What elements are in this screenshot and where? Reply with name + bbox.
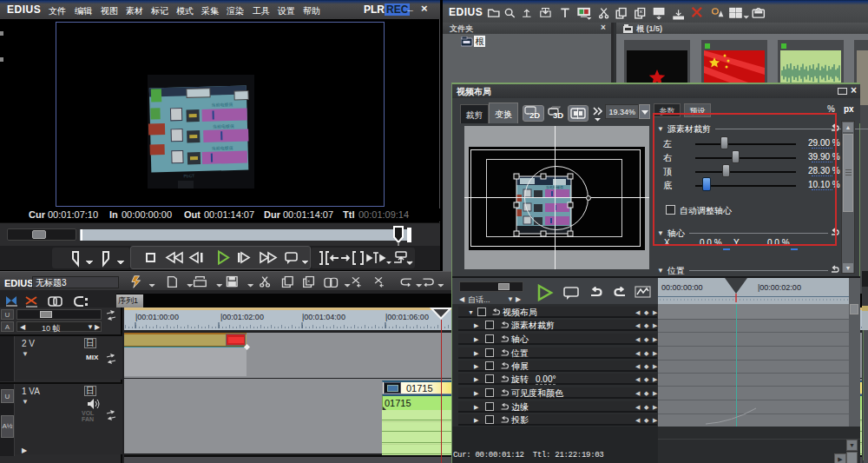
svg-text:3D: 3D	[553, 110, 563, 120]
svg-text:2D: 2D	[529, 110, 540, 120]
